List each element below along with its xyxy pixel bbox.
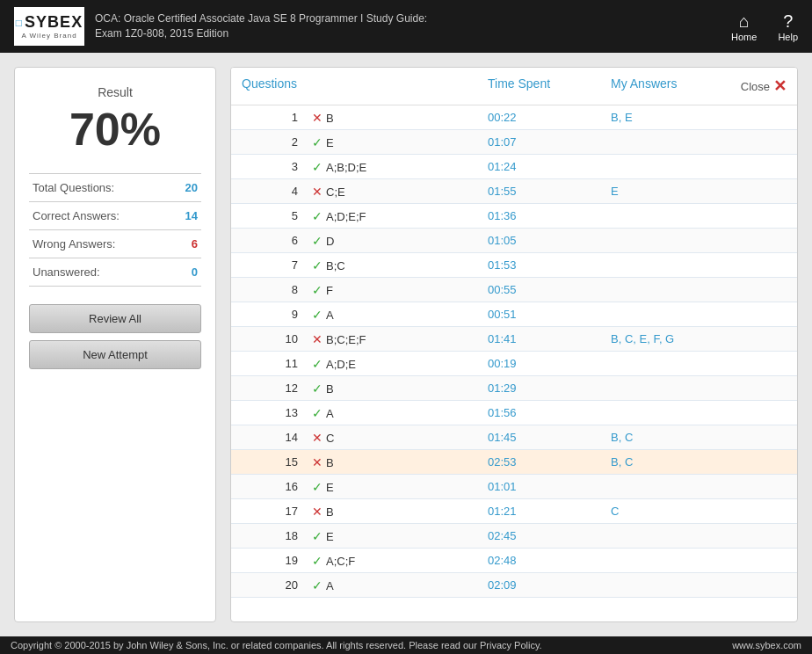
- row-time: 01:05: [488, 234, 611, 247]
- footer-website: www.sybex.com: [732, 640, 801, 650]
- row-my-answer: B, C, E, F, G: [611, 332, 787, 345]
- cross-icon: ✕: [312, 505, 323, 519]
- new-attempt-button[interactable]: New Attempt: [29, 340, 201, 369]
- help-nav[interactable]: ? Help: [778, 11, 798, 42]
- row-answer: ✓A: [312, 578, 488, 592]
- table-row[interactable]: 12✓B01:29: [231, 376, 797, 401]
- row-answer: ✓A: [312, 308, 488, 322]
- table-row[interactable]: 13✓A01:56: [231, 401, 797, 425]
- main-content: Result 70% Total Questions:20Correct Ans…: [0, 53, 812, 636]
- row-time: 02:48: [488, 554, 611, 567]
- results-panel: Result 70% Total Questions:20Correct Ans…: [14, 67, 216, 622]
- table-row[interactable]: 9✓A00:51: [231, 302, 797, 327]
- table-row[interactable]: 5✓A;D;E;F01:36: [231, 204, 797, 229]
- row-answer: ✓F: [312, 283, 488, 297]
- header-right: ⌂ Home ? Help: [731, 11, 798, 42]
- check-icon: ✓: [312, 258, 323, 272]
- row-time: 00:51: [488, 308, 611, 321]
- table-row[interactable]: 4✕C;E01:55E: [231, 179, 797, 204]
- row-number: 11: [242, 357, 312, 370]
- row-number: 4: [242, 185, 312, 198]
- check-icon: ✓: [312, 209, 323, 223]
- row-number: 3: [242, 160, 312, 173]
- table-row[interactable]: 10✕B;C;E;F01:41B, C, E, F, G: [231, 327, 797, 352]
- table-row[interactable]: 3✓A;B;D;E01:24: [231, 155, 797, 179]
- row-number: 12: [242, 382, 312, 395]
- table-row[interactable]: 1✕B00:22B, E: [231, 105, 797, 130]
- check-icon: ✓: [312, 578, 323, 592]
- stat-value: 20: [185, 181, 198, 194]
- row-my-answer: C: [611, 505, 787, 518]
- table-row[interactable]: 8✓F00:55: [231, 278, 797, 302]
- row-answer: ✕C: [312, 431, 488, 445]
- home-nav[interactable]: ⌂ Home: [731, 11, 757, 42]
- stat-label: Total Questions:: [33, 181, 114, 194]
- table-body[interactable]: 1✕B00:22B, E2✓E01:073✓A;B;D;E01:244✕C;E0…: [231, 105, 797, 621]
- row-number: 20: [242, 578, 312, 592]
- footer: Copyright © 2000-2015 by John Wiley & So…: [0, 636, 812, 654]
- check-icon: ✓: [312, 554, 323, 568]
- home-icon: ⌂: [739, 11, 750, 32]
- result-label: Result: [98, 85, 133, 99]
- row-my-answer: E: [611, 185, 787, 198]
- row-time: 01:07: [488, 135, 611, 149]
- title-line2: Exam 1Z0-808, 2015 Edition: [95, 26, 427, 41]
- table-row[interactable]: 16✓E01:01: [231, 475, 797, 499]
- row-number: 13: [242, 406, 312, 419]
- table-row[interactable]: 18✓E02:45: [231, 524, 797, 549]
- row-answer: ✓A: [312, 406, 488, 420]
- row-answer: ✕B: [312, 111, 488, 125]
- row-number: 15: [242, 455, 312, 469]
- check-icon: ✓: [312, 308, 323, 322]
- row-my-answer: B, E: [611, 111, 787, 124]
- header-left: □ SYBEX A Wiley Brand OCA: Oracle Certif…: [14, 7, 427, 46]
- row-number: 19: [242, 554, 312, 567]
- row-time: 01:21: [488, 505, 611, 518]
- table-row[interactable]: 2✓E01:07: [231, 130, 797, 155]
- table-row[interactable]: 17✕B01:21C: [231, 499, 797, 524]
- result-percent: 70%: [69, 103, 161, 156]
- row-time: 01:01: [488, 480, 611, 493]
- row-time: 02:45: [488, 529, 611, 542]
- col-header-time: Time Spent: [488, 76, 611, 96]
- check-icon: ✓: [312, 283, 323, 297]
- brand-name: SYBEX: [25, 13, 83, 32]
- row-answer: ✓E: [312, 135, 488, 149]
- review-all-button[interactable]: Review All: [29, 304, 201, 333]
- row-number: 18: [242, 529, 312, 542]
- check-icon: ✓: [312, 135, 323, 149]
- questions-panel: Questions Time Spent My Answers Close ✕ …: [230, 67, 798, 622]
- stat-row: Unanswered:0: [29, 258, 201, 287]
- col-header-my-answers: My Answers: [611, 76, 760, 96]
- row-time: 01:53: [488, 258, 611, 272]
- check-icon: ✓: [312, 382, 323, 396]
- row-answer: ✓A;C;F: [312, 554, 488, 568]
- row-answer: ✓E: [312, 480, 488, 494]
- table-row[interactable]: 6✓D01:05: [231, 229, 797, 253]
- check-icon: ✓: [312, 234, 323, 248]
- help-label: Help: [778, 32, 798, 42]
- row-time: 02:53: [488, 455, 611, 469]
- table-row[interactable]: 20✓A02:09: [231, 573, 797, 598]
- row-answer: ✓E: [312, 529, 488, 543]
- check-icon: ✓: [312, 406, 323, 420]
- header: □ SYBEX A Wiley Brand OCA: Oracle Certif…: [0, 0, 812, 53]
- row-number: 14: [242, 431, 312, 444]
- close-button[interactable]: ✕: [773, 76, 787, 96]
- row-number: 17: [242, 505, 312, 518]
- table-row[interactable]: 19✓A;C;F02:48: [231, 549, 797, 573]
- cross-icon: ✕: [312, 111, 323, 125]
- stat-label: Wrong Answers:: [33, 237, 115, 251]
- row-my-answer: B, C: [611, 431, 787, 444]
- row-number: 7: [242, 258, 312, 272]
- stat-row: Correct Answers:14: [29, 202, 201, 230]
- table-row[interactable]: 7✓B;C01:53: [231, 253, 797, 278]
- cross-icon: ✕: [312, 185, 323, 199]
- title-line1: OCA: Oracle Certified Associate Java SE …: [95, 11, 427, 26]
- row-number: 16: [242, 480, 312, 493]
- table-row[interactable]: 11✓A;D;E00:19: [231, 352, 797, 376]
- table-row[interactable]: 15✕B02:53B, C: [231, 450, 797, 475]
- row-number: 6: [242, 234, 312, 247]
- table-row[interactable]: 14✕C01:45B, C: [231, 425, 797, 450]
- row-number: 2: [242, 135, 312, 149]
